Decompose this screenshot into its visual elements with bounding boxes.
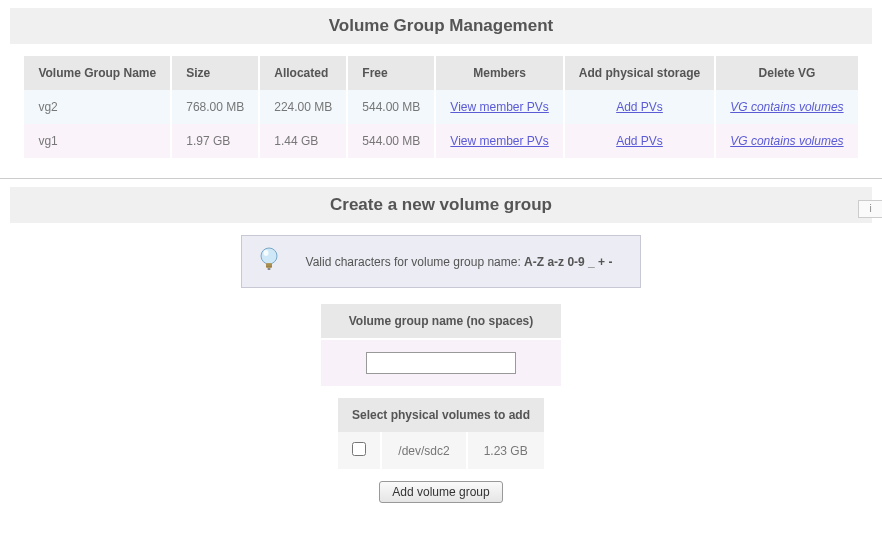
cell-free: 544.00 MB xyxy=(348,90,434,124)
add-volume-group-button[interactable]: Add volume group xyxy=(379,481,502,503)
lightbulb-icon xyxy=(258,246,280,277)
table-row: /dev/sdc2 1.23 GB xyxy=(338,432,543,469)
svg-point-1 xyxy=(264,250,269,256)
section-header-management: Volume Group Management xyxy=(10,8,872,44)
delete-vg-link[interactable]: VG contains volumes xyxy=(730,100,843,114)
info-box: Valid characters for volume group name: … xyxy=(241,235,641,288)
add-pvs-link[interactable]: Add PVs xyxy=(616,100,663,114)
cell-allocated: 224.00 MB xyxy=(260,90,346,124)
svg-rect-2 xyxy=(266,263,272,268)
pv-select-label: Select physical volumes to add xyxy=(338,398,543,432)
section-header-create: Create a new volume group xyxy=(10,187,872,223)
info-prefix: Valid characters for volume group name: xyxy=(306,255,525,269)
vg-name-label: Volume group name (no spaces) xyxy=(321,304,561,338)
view-members-link[interactable]: View member PVs xyxy=(450,134,548,148)
col-free: Free xyxy=(348,56,434,90)
col-name: Volume Group Name xyxy=(24,56,170,90)
cell-allocated: 1.44 GB xyxy=(260,124,346,158)
divider xyxy=(0,178,882,179)
col-add-storage: Add physical storage xyxy=(565,56,714,90)
col-size: Size xyxy=(172,56,258,90)
col-members: Members xyxy=(436,56,562,90)
view-members-link[interactable]: View member PVs xyxy=(450,100,548,114)
cell-size: 768.00 MB xyxy=(172,90,258,124)
cell-name: vg1 xyxy=(24,124,170,158)
pv-device: /dev/sdc2 xyxy=(382,432,465,469)
vg-name-form: Volume group name (no spaces) xyxy=(321,302,561,388)
heading-create: Create a new volume group xyxy=(10,195,872,215)
table-row: vg1 1.97 GB 1.44 GB 544.00 MB View membe… xyxy=(24,124,857,158)
pv-size: 1.23 GB xyxy=(468,432,544,469)
cell-name: vg2 xyxy=(24,90,170,124)
delete-vg-link[interactable]: VG contains volumes xyxy=(730,134,843,148)
pv-select-table: Select physical volumes to add /dev/sdc2… xyxy=(336,398,545,469)
add-pvs-link[interactable]: Add PVs xyxy=(616,134,663,148)
pv-checkbox[interactable] xyxy=(352,442,366,456)
col-delete: Delete VG xyxy=(716,56,857,90)
side-tab[interactable]: i xyxy=(858,200,882,218)
info-message: Valid characters for volume group name: … xyxy=(294,255,624,269)
cell-free: 544.00 MB xyxy=(348,124,434,158)
svg-rect-5 xyxy=(268,268,271,270)
heading-management: Volume Group Management xyxy=(10,16,872,36)
volume-group-table: Volume Group Name Size Allocated Free Me… xyxy=(22,56,859,158)
col-allocated: Allocated xyxy=(260,56,346,90)
svg-point-0 xyxy=(261,248,277,264)
info-chars: A-Z a-z 0-9 _ + - xyxy=(524,255,612,269)
table-row: vg2 768.00 MB 224.00 MB 544.00 MB View m… xyxy=(24,90,857,124)
cell-size: 1.97 GB xyxy=(172,124,258,158)
vg-name-input[interactable] xyxy=(366,352,516,374)
